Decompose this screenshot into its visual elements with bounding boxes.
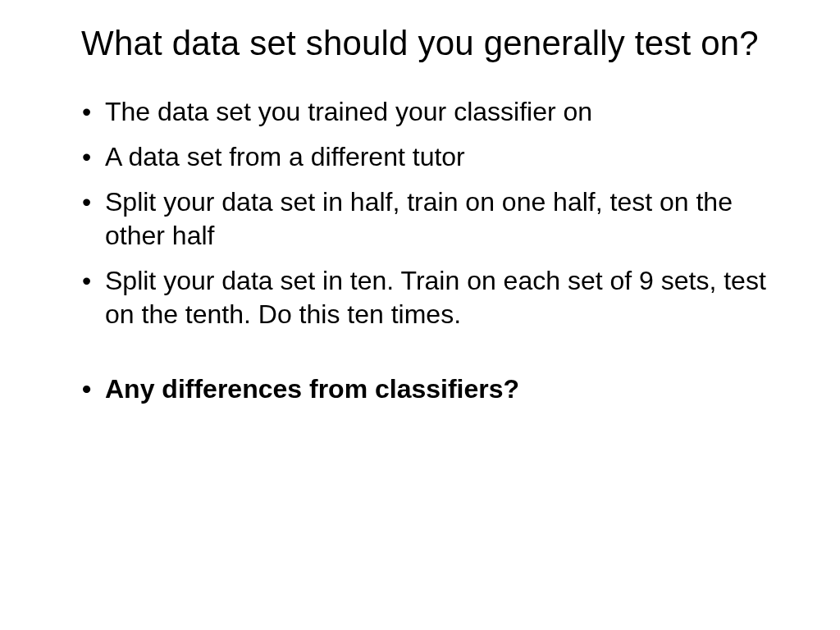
list-item: Split your data set in ten. Train on eac… [82, 264, 783, 331]
list-item: The data set you trained your classifier… [82, 95, 783, 129]
list-item: Split your data set in half, train on on… [82, 185, 783, 253]
slide: What data set should you generally test … [0, 0, 840, 630]
list-spacer [82, 343, 783, 372]
bullet-list: The data set you trained your classifier… [57, 95, 783, 406]
slide-title: What data set should you generally test … [57, 23, 783, 64]
list-item: A data set from a different tutor [82, 140, 783, 174]
list-item: Any differences from classifiers? [82, 372, 783, 406]
